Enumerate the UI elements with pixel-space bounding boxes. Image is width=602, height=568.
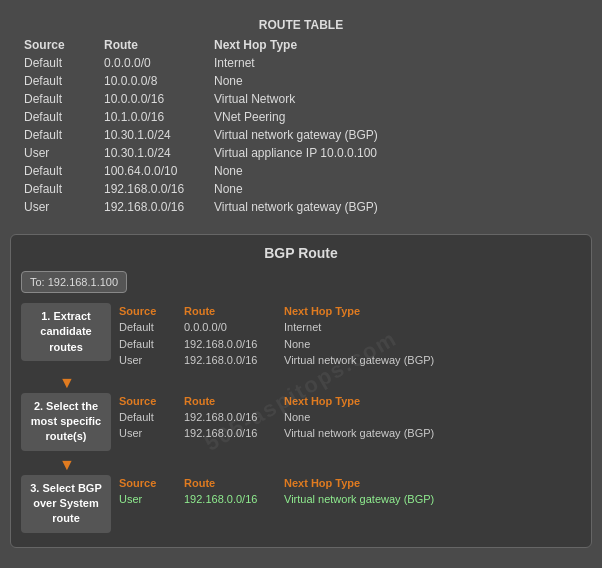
- rt-cell-route: 192.168.0.0/16: [104, 180, 214, 198]
- route-table-section: ROUTE TABLE Source Route Next Hop Type D…: [10, 10, 592, 224]
- step-cell-source: Default: [119, 409, 184, 426]
- rt-row: User 10.30.1.0/24 Virtual appliance IP 1…: [20, 144, 582, 162]
- rt-header: Source Route Next Hop Type: [20, 38, 582, 52]
- rt-row: Default 10.0.0.0/16 Virtual Network: [20, 90, 582, 108]
- rt-cell-nexthop: Virtual Network: [214, 90, 578, 108]
- step-cell-nexthop: Internet: [284, 319, 581, 336]
- step-hdr-route: Route: [184, 477, 284, 489]
- rt-cell-source: User: [24, 144, 104, 162]
- rt-cell-route: 192.168.0.0/16: [104, 198, 214, 216]
- rt-cell-route: 10.0.0.0/8: [104, 72, 214, 90]
- rt-row: Default 10.1.0.0/16 VNet Peering: [20, 108, 582, 126]
- step-hdr-nexthop: Next Hop Type: [284, 395, 581, 407]
- rt-row: Default 10.0.0.0/8 None: [20, 72, 582, 90]
- step-data-2: Source Route Next Hop Type Default 192.1…: [119, 393, 581, 442]
- step-cell-route: 192.168.0.0/16: [184, 336, 284, 353]
- rt-cell-source: Default: [24, 180, 104, 198]
- step-cell-route: 192.168.0.0/16: [184, 352, 284, 369]
- bgp-step-2: 2. Select the most specific route(s) Sou…: [21, 393, 581, 451]
- step-cell-nexthop: Virtual network gateway (BGP): [284, 425, 581, 442]
- step-cell-route: 192.168.0.0/16: [184, 425, 284, 442]
- step-data-row: User 192.168.0.0/16 Virtual network gate…: [119, 352, 581, 369]
- step-box-3: 3. Select BGP over System route: [21, 475, 111, 533]
- step-hdr-route: Route: [184, 395, 284, 407]
- step-cell-nexthop: None: [284, 336, 581, 353]
- step-hdr-nexthop: Next Hop Type: [284, 477, 581, 489]
- step-data-row: User 192.168.0.0/16 Virtual network gate…: [119, 425, 581, 442]
- rt-row: Default 10.30.1.0/24 Virtual network gat…: [20, 126, 582, 144]
- bgp-step-1: 1. Extract candidate routes Source Route…: [21, 303, 581, 369]
- step-data-row: Default 192.168.0.0/16 None: [119, 409, 581, 426]
- to-label: To: 192.168.1.100: [21, 271, 127, 293]
- step-cell-nexthop: None: [284, 409, 581, 426]
- arrow-down-2: ▼: [21, 457, 581, 473]
- rt-row: Default 100.64.0.0/10 None: [20, 162, 582, 180]
- step-cell-source: Default: [119, 319, 184, 336]
- step-cell-source: User: [119, 491, 184, 508]
- rt-cell-route: 10.0.0.0/16: [104, 90, 214, 108]
- rt-cell-source: Default: [24, 54, 104, 72]
- step-cell-source: User: [119, 425, 184, 442]
- rt-cell-route: 0.0.0.0/0: [104, 54, 214, 72]
- step-header-2: Source Route Next Hop Type: [119, 395, 581, 407]
- step-data-3: Source Route Next Hop Type User 192.168.…: [119, 475, 581, 508]
- bgp-inner: 1. Extract candidate routes Source Route…: [21, 303, 581, 537]
- step-header-3: Source Route Next Hop Type: [119, 477, 581, 489]
- step-box-1: 1. Extract candidate routes: [21, 303, 111, 361]
- rt-col-source-header: Source: [24, 38, 104, 52]
- rt-cell-route: 10.30.1.0/24: [104, 126, 214, 144]
- rt-cell-nexthop: Virtual network gateway (BGP): [214, 198, 578, 216]
- rt-cell-source: Default: [24, 162, 104, 180]
- rt-cell-nexthop: Internet: [214, 54, 578, 72]
- step-hdr-source: Source: [119, 305, 184, 317]
- bgp-section: 505-aspitops.com BGP Route To: 192.168.1…: [10, 234, 592, 548]
- step-cell-route: 192.168.0.0/16: [184, 409, 284, 426]
- main-container: ROUTE TABLE Source Route Next Hop Type D…: [0, 0, 602, 558]
- step-data-row: User 192.168.0.0/16 Virtual network gate…: [119, 491, 581, 508]
- rt-row: Default 0.0.0.0/0 Internet: [20, 54, 582, 72]
- bgp-title: BGP Route: [21, 245, 581, 261]
- step-cell-source: User: [119, 352, 184, 369]
- rt-cell-source: Default: [24, 72, 104, 90]
- step-header-1: Source Route Next Hop Type: [119, 305, 581, 317]
- step-hdr-source: Source: [119, 477, 184, 489]
- rt-cell-route: 100.64.0.0/10: [104, 162, 214, 180]
- rt-cell-source: Default: [24, 90, 104, 108]
- rt-cell-nexthop: None: [214, 180, 578, 198]
- rt-cell-source: Default: [24, 126, 104, 144]
- rt-row: Default 192.168.0.0/16 None: [20, 180, 582, 198]
- step-cell-source: Default: [119, 336, 184, 353]
- step-cell-nexthop: Virtual network gateway (BGP): [284, 352, 581, 369]
- step-cell-route: 0.0.0.0/0: [184, 319, 284, 336]
- step-data-row: Default 192.168.0.0/16 None: [119, 336, 581, 353]
- rt-cell-source: Default: [24, 108, 104, 126]
- step-cell-route: 192.168.0.0/16: [184, 491, 284, 508]
- step-hdr-nexthop: Next Hop Type: [284, 305, 581, 317]
- step-hdr-source: Source: [119, 395, 184, 407]
- rt-col-nexthop-header: Next Hop Type: [214, 38, 578, 52]
- rt-cell-route: 10.30.1.0/24: [104, 144, 214, 162]
- rt-cell-nexthop: None: [214, 162, 578, 180]
- step-box-2: 2. Select the most specific route(s): [21, 393, 111, 451]
- rt-row: User 192.168.0.0/16 Virtual network gate…: [20, 198, 582, 216]
- bgp-step-3: 3. Select BGP over System route Source R…: [21, 475, 581, 533]
- rt-cell-route: 10.1.0.0/16: [104, 108, 214, 126]
- step-data-row: Default 0.0.0.0/0 Internet: [119, 319, 581, 336]
- rt-cell-nexthop: Virtual appliance IP 10.0.0.100: [214, 144, 578, 162]
- rt-cell-nexthop: VNet Peering: [214, 108, 578, 126]
- rt-col-route-header: Route: [104, 38, 214, 52]
- rt-cell-nexthop: Virtual network gateway (BGP): [214, 126, 578, 144]
- rt-cell-source: User: [24, 198, 104, 216]
- step-hdr-route: Route: [184, 305, 284, 317]
- arrow-down-1: ▼: [21, 375, 581, 391]
- rt-cell-nexthop: None: [214, 72, 578, 90]
- step-data-1: Source Route Next Hop Type Default 0.0.0…: [119, 303, 581, 369]
- rt-rows-container: Default 0.0.0.0/0 Internet Default 10.0.…: [20, 54, 582, 216]
- route-table-title: ROUTE TABLE: [20, 18, 582, 32]
- step-cell-nexthop: Virtual network gateway (BGP): [284, 491, 581, 508]
